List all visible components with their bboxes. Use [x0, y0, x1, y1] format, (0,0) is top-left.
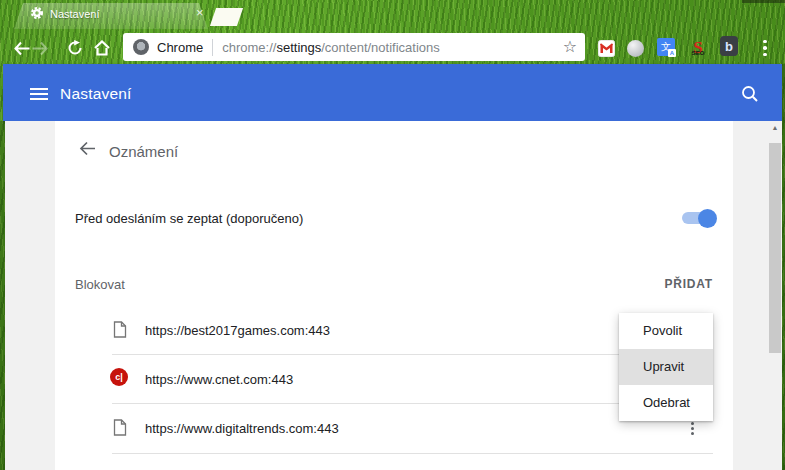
url-host: settings: [276, 40, 321, 55]
menu-item-upravit[interactable]: Upravit: [619, 349, 713, 385]
tab-title: Nastavení: [50, 8, 100, 20]
translate-glyph: 文A: [657, 38, 675, 56]
settings-title: Nastavení: [60, 85, 132, 103]
cnet-favicon: c|: [110, 368, 128, 386]
url-text: chrome://settings/content/notifications: [222, 40, 440, 55]
url-separator: [212, 39, 213, 56]
url-path: /content/notifications: [321, 40, 440, 55]
scrollbar-thumb[interactable]: [769, 143, 781, 353]
hamburger-menu-icon[interactable]: [30, 88, 48, 100]
browser-menu-button[interactable]: [760, 38, 770, 58]
site-url: https://www.cnet.com:443: [145, 372, 293, 387]
back-arrow-button[interactable]: [75, 136, 99, 160]
browser-window: Nastavení × Chrome chrome://settings/con…: [0, 0, 785, 470]
page-title: Oznámení: [109, 143, 178, 160]
settings-header: Nastavení: [3, 64, 782, 121]
reload-button[interactable]: [64, 37, 86, 59]
url-scheme: chrome://: [222, 40, 276, 55]
menu-item-odebrat[interactable]: Odebrat: [619, 385, 713, 421]
toggle-knob: [698, 209, 717, 228]
sphere-glyph: [627, 40, 644, 57]
b-glyph: b: [720, 36, 738, 56]
forward-button: [29, 37, 51, 59]
page-icon: [112, 419, 128, 436]
bookmark-star-icon[interactable]: ☆: [563, 39, 577, 55]
chrome-logo-icon: [133, 39, 149, 55]
b-extension-icon[interactable]: b: [720, 37, 738, 55]
address-bar[interactable]: Chrome chrome://settings/content/notific…: [123, 33, 585, 61]
window-controls-edge: [742, 0, 785, 3]
gray-sphere-extension-icon[interactable]: [626, 39, 644, 57]
tab-close-icon[interactable]: ×: [196, 6, 204, 19]
new-tab-button[interactable]: [210, 8, 243, 26]
row-divider: [112, 453, 713, 454]
gmail-extension-icon[interactable]: [597, 39, 615, 57]
url-origin-label: Chrome: [157, 40, 203, 55]
add-button[interactable]: PŘIDAT: [664, 277, 713, 291]
site-context-menu: Povolit Upravit Odebrat: [619, 313, 713, 421]
translate-mini-glyph: A: [668, 49, 676, 57]
desktop-edge-left: [0, 121, 5, 470]
translate-extension-icon[interactable]: 文A: [657, 38, 675, 56]
page-icon: [112, 321, 128, 338]
ask-before-sending-label: Před odesláním se zeptat (doporučeno): [75, 211, 303, 226]
ask-before-sending-toggle[interactable]: [682, 212, 714, 224]
settings-gear-icon: [30, 6, 44, 20]
site-url: https://best2017games.com:443: [145, 323, 330, 338]
seo-text: SEO: [689, 50, 707, 56]
block-section-label: Blokovat: [75, 277, 125, 292]
seo-extension-icon[interactable]: S SEO: [689, 37, 707, 57]
vertical-scrollbar[interactable]: ▲: [768, 121, 782, 470]
search-icon[interactable]: [740, 84, 762, 106]
row-overflow-menu-icon[interactable]: [685, 420, 699, 436]
menu-item-povolit[interactable]: Povolit: [619, 313, 713, 349]
home-button[interactable]: [91, 37, 113, 59]
scroll-up-arrow-icon[interactable]: ▲: [768, 124, 782, 131]
site-url: https://www.digitaltrends.com:443: [145, 421, 339, 436]
